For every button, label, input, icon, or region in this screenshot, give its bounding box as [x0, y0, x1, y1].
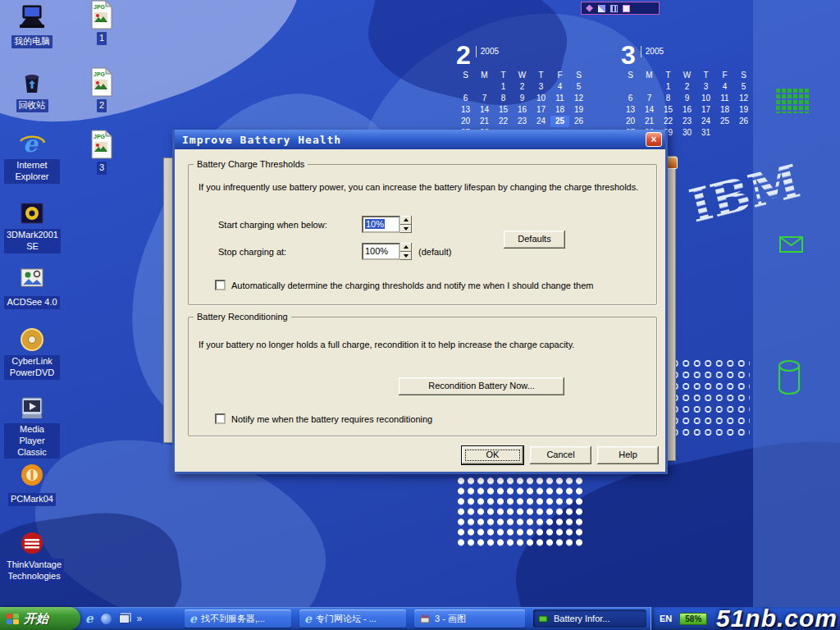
desktop-file-jpg-3[interactable]: JPG 3: [74, 130, 130, 175]
grid-icon: [776, 89, 810, 116]
calendar-cell: 25: [715, 116, 734, 127]
desktop-icon-internet-explorer[interactable]: e Internet Explorer: [4, 130, 60, 184]
taskbar-task-forum[interactable]: e 专门网论坛 - ...: [299, 609, 406, 628]
calendar-cell: S: [569, 70, 588, 81]
desktop-icon-pcmark04[interactable]: PCMark04: [4, 461, 60, 506]
calendar-cell: 21: [475, 116, 494, 127]
taskbar-task-paint[interactable]: 3 - 画图: [414, 609, 525, 628]
ibm-logo: IBM: [681, 142, 833, 243]
calendar-cell: 25: [550, 116, 569, 127]
my-computer-icon: [18, 3, 46, 31]
battery-percent-badge[interactable]: 58%: [679, 613, 707, 625]
calendar-cell: 12: [569, 93, 588, 104]
start-threshold-field[interactable]: 10%: [362, 216, 400, 233]
notify-reconditioning-checkbox[interactable]: Notify me when the battery requires reco…: [215, 413, 432, 424]
pen-icon[interactable]: [598, 5, 605, 12]
svg-text:IBM: IBM: [684, 153, 805, 233]
cancel-button[interactable]: Cancel: [530, 446, 591, 464]
start-button[interactable]: 开始: [0, 607, 80, 630]
recondition-battery-button[interactable]: Recondition Battery Now...: [399, 377, 564, 395]
calendar-cell: T: [532, 70, 550, 81]
calendar-month: 3: [621, 43, 636, 67]
calendar-month: 2: [456, 43, 471, 67]
taskbar-task-server-not-found[interactable]: e 找不到服务器,...: [185, 609, 291, 628]
stop-threshold-spinner[interactable]: 100%: [362, 243, 412, 260]
spin-up-button[interactable]: [400, 243, 412, 252]
taskbar: 开始 e » e 找不到服务器,... e 专门网论坛 - ... 3 - 画图…: [0, 607, 840, 630]
desktop-icon-recycle-bin[interactable]: 回收站: [4, 67, 60, 112]
svg-text:JPG: JPG: [94, 134, 106, 139]
calendar-cell: F: [715, 70, 734, 81]
calendar-cell: 7: [475, 93, 494, 104]
desktop-icon-media-player-classic[interactable]: Media Player Classic: [4, 394, 60, 459]
task-label: 3 - 画图: [435, 613, 466, 625]
calendar-cell: T: [659, 70, 678, 81]
calendar-cell: [640, 81, 659, 93]
powerdvd-icon: [18, 326, 46, 354]
task-label: 找不到服务器,...: [201, 613, 265, 625]
calendar-cell: [715, 127, 734, 139]
desktop-icon-3dmark2001[interactable]: 3DMark2001 SE: [4, 199, 60, 253]
calendar-cell: 5: [734, 81, 753, 93]
calendar-cell: 23: [513, 116, 532, 127]
checkbox-box[interactable]: [215, 413, 226, 424]
desktop-file-jpg-2[interactable]: JPG 2: [74, 67, 130, 112]
calendar-cell: T: [696, 70, 715, 81]
desktop-icon-acdsee[interactable]: ACDSee 4.0: [4, 264, 60, 309]
calendar-february-2005: 22005 SMTWTFS123456789101112131415161718…: [456, 43, 588, 139]
calendar-cell: W: [678, 70, 696, 81]
pcmark-icon: [18, 461, 46, 489]
cylinder-icon: [776, 359, 802, 400]
ok-button[interactable]: OK: [462, 446, 523, 464]
calendar-cell: 8: [494, 93, 513, 104]
calendar-march-2005: 32005 SMTWTFS123456789101112131415161718…: [621, 43, 753, 139]
calendar-cell: 12: [734, 93, 753, 104]
desktop-icon-thinkvantage[interactable]: ThinkVantage Technologies: [4, 529, 60, 583]
stop-threshold-field[interactable]: 100%: [362, 243, 400, 260]
checkbox-label: Automatically determine the charging thr…: [231, 281, 593, 290]
default-note: (default): [418, 247, 451, 257]
calendar-cell: 19: [734, 104, 753, 116]
defaults-button[interactable]: Defaults: [504, 231, 565, 249]
calendar-cell: 1: [494, 81, 513, 93]
ime-icon[interactable]: [586, 5, 593, 12]
calendar-cell: M: [475, 70, 494, 81]
dialog-titlebar[interactable]: Improve Battery Health ×: [175, 130, 665, 149]
desktop-file-jpg-1[interactable]: JPG 1: [74, 0, 130, 45]
calendar-cell: S: [621, 70, 640, 81]
calendar-cell: 13: [456, 104, 475, 116]
auto-determine-checkbox[interactable]: Automatically determine the charging thr…: [215, 280, 593, 290]
spin-down-button[interactable]: [400, 225, 412, 234]
calendar-cell: 18: [550, 104, 569, 116]
document-icon[interactable]: [623, 5, 630, 12]
dialog-body: Battery Charge Thresholds If you infrequ…: [175, 149, 665, 472]
calendar-cell: 14: [475, 104, 494, 116]
group-title: Battery Charge Thresholds: [194, 159, 308, 169]
desktop-icon-my-computer[interactable]: 我的电脑: [4, 3, 60, 48]
language-indicator[interactable]: EN: [660, 614, 672, 623]
spin-down-button[interactable]: [400, 252, 412, 261]
calendar-cell: 3: [532, 81, 550, 93]
chevron-icon[interactable]: »: [137, 613, 143, 624]
svg-text:JPG: JPG: [94, 4, 106, 10]
calendar-cell: 14: [640, 104, 659, 116]
language-bar[interactable]: [581, 2, 660, 15]
internet-explorer-icon[interactable]: e: [85, 613, 94, 625]
desktop-icon-powerdvd[interactable]: CyberLink PowerDVD: [4, 326, 60, 380]
stop-charging-label: Stop charging at:: [218, 247, 286, 257]
start-threshold-spinner[interactable]: 10%: [362, 216, 412, 233]
calendar-cell: [475, 81, 494, 93]
taskbar-task-battery-information[interactable]: Battery Infor...: [533, 609, 646, 628]
close-icon[interactable]: ×: [646, 132, 662, 147]
calendar-cell: 15: [659, 104, 678, 116]
calendar-cell: 16: [678, 104, 696, 116]
keyboard-icon[interactable]: [610, 5, 618, 12]
dialog-title: Improve Battery Health: [182, 134, 646, 146]
help-button[interactable]: Help: [597, 446, 659, 464]
media-player-icon[interactable]: [101, 614, 112, 624]
improve-battery-health-dialog: Improve Battery Health × Battery Charge …: [172, 130, 668, 474]
show-desktop-icon[interactable]: [119, 614, 130, 623]
calendar-cell: 1: [659, 81, 678, 93]
checkbox-box[interactable]: [215, 280, 226, 290]
spin-up-button[interactable]: [400, 216, 412, 225]
